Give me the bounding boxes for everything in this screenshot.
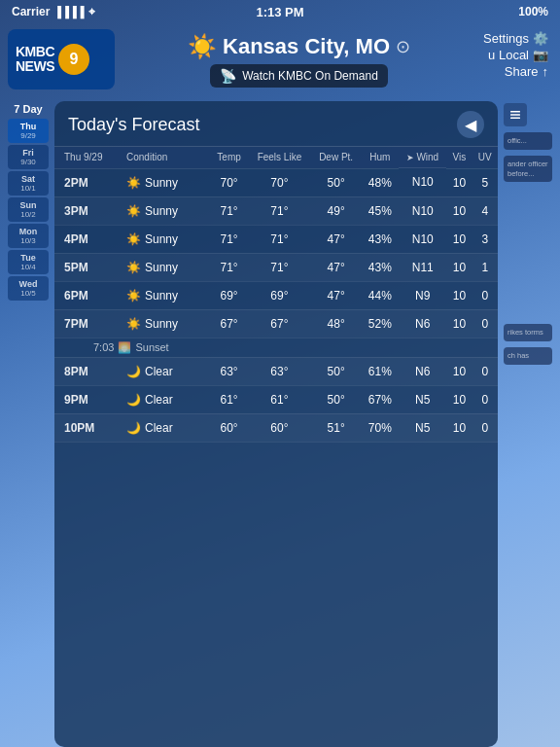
col-dew: Dew Pt. [311, 147, 362, 168]
vis-cell: 10 [446, 309, 472, 338]
share-label: Share [505, 64, 539, 79]
temp-cell: 71° [210, 253, 248, 281]
sidebar-day-tue[interactable]: Tue 10/4 [8, 250, 49, 274]
feels-cell: 71° [248, 253, 311, 281]
kmbc-demand-banner[interactable]: 📡 Watch KMBC On Demand [210, 64, 388, 88]
settings-label: Settings [483, 31, 529, 46]
vis-cell: 10 [446, 253, 472, 281]
dew-cell: 47° [311, 253, 362, 281]
news-snippet-4[interactable]: ch has [504, 347, 552, 365]
ulocal-button[interactable]: u Local 📷 [488, 48, 548, 62]
weather-icon: ☀️ [126, 232, 141, 246]
sidebar-label: 7 Day [8, 101, 49, 115]
back-button[interactable]: ◀ [457, 111, 484, 138]
sidebar-day-wed[interactable]: Wed 10/5 [8, 276, 49, 301]
condition-cell: ☀️Sunny [122, 225, 210, 253]
table-row: 9PM 🌙Clear 61° 61° 50° 67% N5 10 0 [54, 385, 498, 413]
sunset-cell: 7:03 🌅 Sunset [54, 338, 498, 357]
temp-cell: 70° [210, 168, 248, 196]
weather-icon: ☀️ [126, 176, 141, 190]
uv-cell: 0 [472, 309, 498, 338]
news-snippet-3[interactable]: rikes torms [504, 324, 552, 341]
hum-cell: 52% [362, 309, 400, 338]
vis-cell: 10 [446, 413, 472, 442]
list-view-button[interactable] [504, 103, 527, 126]
condition-cell: 🌙Clear [122, 357, 210, 385]
hum-cell: 70% [362, 413, 400, 442]
condition-cell: ☀️Sunny [122, 281, 210, 309]
sidebar-day-fri[interactable]: Fri 9/30 [8, 145, 49, 169]
wind-cell: N5 [399, 385, 446, 413]
svg-rect-2 [510, 117, 520, 119]
sunset-row: 7:03 🌅 Sunset [54, 338, 498, 357]
table-row: 7PM ☀️Sunny 67° 67° 48° 52% N6 10 0 [54, 309, 498, 338]
col-date: Thu 9/29 [54, 147, 122, 168]
kmbc-logo: KMBCNEWS 9 [8, 29, 115, 89]
condition-cell: 🌙Clear [122, 385, 210, 413]
time-cell: 5PM [54, 253, 122, 281]
forecast-header: Today's Forecast ◀ [54, 101, 498, 147]
sidebar-day-mon[interactable]: Mon 10/3 [8, 224, 49, 248]
news-snippet-1[interactable]: offic... [504, 132, 552, 150]
sidebar-days: Thu 9/29 Fri 9/30 Sat 10/1 Sun 10/2 Mon … [8, 119, 49, 301]
time-cell: 6PM [54, 281, 122, 309]
snippet-text-3: rikes torms [508, 328, 548, 338]
feels-cell: 71° [248, 196, 311, 225]
feels-cell: 63° [248, 357, 311, 385]
sidebar-day-thu[interactable]: Thu 9/29 [8, 119, 49, 143]
settings-area: Settings ⚙️ u Local 📷 Share ↑ [483, 29, 548, 79]
temp-cell: 71° [210, 225, 248, 253]
city-row: ☀️ Kansas City, MO ⊙ [188, 33, 410, 60]
uv-cell: 4 [472, 196, 498, 225]
wifi-icon: ⌖ [88, 5, 95, 18]
time-cell: 3PM [54, 196, 122, 225]
table-row: 6PM ☀️Sunny 69° 69° 47° 44% N9 10 0 [54, 281, 498, 309]
share-button[interactable]: Share ↑ [505, 64, 548, 79]
sidebar-day-sun[interactable]: Sun 10/2 [8, 197, 49, 222]
wind-cell: N5 [399, 413, 446, 442]
chevron-down-icon[interactable]: ⊙ [396, 36, 410, 57]
uv-cell: 3 [472, 225, 498, 253]
col-vis: Vis [446, 147, 472, 168]
table-row: 3PM ☀️Sunny 71° 71° 49° 45% N10 10 4 [54, 196, 498, 225]
dew-cell: 51° [311, 413, 362, 442]
vis-cell: 10 [446, 281, 472, 309]
hum-cell: 43% [362, 253, 400, 281]
logo-text: KMBCNEWS [16, 45, 54, 75]
news-snippet-2[interactable]: ander officer before... [504, 156, 552, 183]
sunset-icon: 🌅 [118, 341, 131, 354]
feels-cell: 67° [248, 309, 311, 338]
sidebar-day-sat[interactable]: Sat 10/1 [8, 171, 49, 196]
feels-cell: 60° [248, 413, 311, 442]
col-condition: Condition [122, 147, 210, 168]
dew-cell: 48° [311, 309, 362, 338]
logo-nine: 9 [58, 44, 89, 75]
wind-cell: N10 [399, 225, 446, 253]
forecast-panel: Today's Forecast ◀ Thu 9/29 Condition Te… [54, 101, 498, 747]
temp-cell: 67° [210, 309, 248, 338]
time-cell: 8PM [54, 357, 122, 385]
uv-cell: 0 [472, 413, 498, 442]
carrier-label: Carrier [12, 5, 50, 18]
city-name[interactable]: Kansas City, MO [223, 34, 390, 59]
snippet-text-2: ander officer before... [508, 160, 548, 179]
table-row: 8PM 🌙Clear 63° 63° 50° 61% N6 10 0 [54, 357, 498, 385]
weather-icon: ☀️ [126, 317, 141, 331]
wind-cell: N10 [399, 168, 446, 196]
condition-cell: ☀️Sunny [122, 196, 210, 225]
settings-button[interactable]: Settings ⚙️ [483, 31, 548, 46]
city-area: ☀️ Kansas City, MO ⊙ 📡 Watch KMBC On Dem… [115, 29, 483, 88]
sunset-label: Sunset [135, 341, 168, 353]
wind-cell: N6 [399, 357, 446, 385]
status-left: Carrier ▐▐▐▐ ⌖ [12, 5, 95, 18]
col-temp: Temp [210, 147, 248, 168]
forecast-title: Today's Forecast [68, 115, 200, 135]
left-sidebar: 7 Day Thu 9/29 Fri 9/30 Sat 10/1 Sun 10/… [8, 101, 49, 747]
table-row: 10PM 🌙Clear 60° 60° 51° 70% N5 10 0 [54, 413, 498, 442]
dew-cell: 49° [311, 196, 362, 225]
time-cell: 2PM [54, 168, 122, 196]
sunset-time: 7:03 [74, 341, 114, 353]
camera-icon: 📷 [533, 48, 548, 62]
temp-cell: 71° [210, 196, 248, 225]
weather-icon: 🌙 [126, 393, 141, 407]
